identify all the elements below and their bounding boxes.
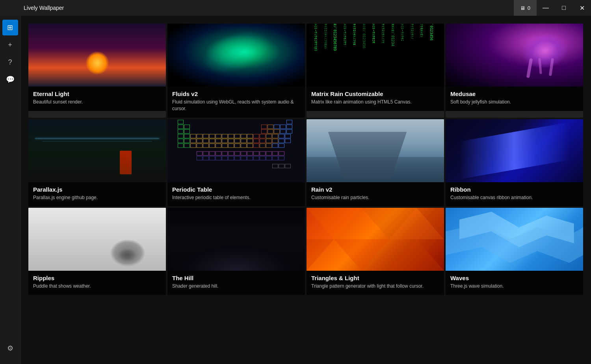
sidebar: ⊞ + ? 💬 ⚙ bbox=[0, 16, 20, 364]
card-medusae[interactable]: Medusae Soft body jellyfish simulation. bbox=[446, 24, 583, 118]
card-desc: Triangle pattern generator with light th… bbox=[311, 283, 439, 290]
card-title: Ribbon bbox=[450, 186, 578, 193]
svg-rect-91 bbox=[247, 156, 253, 160]
svg-rect-69 bbox=[197, 152, 203, 155]
svg-rect-15 bbox=[287, 129, 292, 133]
card-info: Parallax.js Parallax.js engine github pa… bbox=[28, 182, 166, 207]
svg-rect-44 bbox=[241, 139, 247, 143]
card-info: Ribbon Customisable canvas ribbon animat… bbox=[446, 182, 583, 207]
card-title: Triangles & Light bbox=[311, 275, 439, 281]
card-title: Eternal Light bbox=[33, 91, 161, 97]
svg-rect-96 bbox=[279, 156, 284, 160]
card-info: The Hill Shader generated hill. bbox=[167, 271, 305, 295]
svg-rect-2 bbox=[178, 125, 184, 129]
svg-rect-58 bbox=[216, 144, 221, 148]
card-info: Rain v2 Customisable rain particles. bbox=[307, 182, 444, 207]
monitor-icon: 🖥 bbox=[520, 5, 525, 11]
svg-rect-34 bbox=[178, 139, 184, 143]
svg-rect-3 bbox=[184, 125, 190, 129]
card-fluids-v2[interactable]: Fluids v2 Fluid simulation using WebGL, … bbox=[167, 24, 305, 118]
sidebar-item-help[interactable]: ? bbox=[2, 54, 18, 70]
svg-rect-47 bbox=[260, 139, 266, 143]
svg-rect-50 bbox=[279, 139, 284, 143]
svg-rect-19 bbox=[197, 134, 203, 138]
monitor-button[interactable]: 🖥 0 bbox=[514, 0, 537, 16]
card-desc: Customisable rain particles. bbox=[311, 194, 439, 201]
card-parallax-js[interactable]: Parallax.js Parallax.js engine github pa… bbox=[28, 119, 166, 207]
svg-rect-67 bbox=[273, 144, 278, 148]
svg-rect-89 bbox=[235, 156, 240, 160]
sidebar-item-add[interactable]: + bbox=[2, 37, 18, 53]
svg-rect-80 bbox=[266, 152, 272, 155]
card-info: Triangles & Light Triangle pattern gener… bbox=[307, 271, 444, 295]
svg-rect-75 bbox=[235, 152, 240, 155]
svg-rect-52 bbox=[178, 144, 184, 148]
card-ripples[interactable]: Ripples Puddle that shows weather. bbox=[28, 208, 166, 295]
svg-rect-49 bbox=[273, 139, 278, 143]
svg-rect-92 bbox=[254, 156, 259, 160]
svg-rect-56 bbox=[203, 144, 209, 148]
card-info: Eternal Light Beautiful sunset render. bbox=[28, 87, 166, 111]
card-title: Medusae bbox=[450, 91, 578, 97]
thumb-matrix: ﾊﾐﾋｰｳｼﾅﾓﾆｻﾜﾂｵﾘ ｦｲｸｺｿﾁﾄﾉﾌﾔﾖﾙﾚ ﾛﾝﾞ01234567… bbox=[307, 24, 444, 87]
svg-rect-41 bbox=[222, 139, 228, 143]
svg-rect-40 bbox=[216, 139, 221, 143]
card-info: Waves Three.js wave simulation. bbox=[446, 271, 583, 295]
thumb-rain-v2 bbox=[307, 119, 444, 182]
card-info: Ripples Puddle that shows weather. bbox=[28, 271, 166, 295]
svg-rect-54 bbox=[191, 144, 196, 148]
card-rain-v2[interactable]: Rain v2 Customisable rain particles. bbox=[307, 119, 444, 207]
card-desc: Fluid simulation using WebGL, reacts wit… bbox=[172, 99, 300, 112]
sidebar-top: ⊞ + ? 💬 bbox=[2, 20, 18, 340]
svg-rect-25 bbox=[235, 134, 240, 138]
card-title: Fluids v2 bbox=[172, 91, 300, 97]
svg-rect-78 bbox=[254, 152, 259, 155]
chat-icon: 💬 bbox=[6, 75, 15, 84]
svg-rect-90 bbox=[241, 156, 247, 160]
card-waves[interactable]: Waves Three.js wave simulation. bbox=[446, 208, 583, 295]
svg-rect-4 bbox=[262, 125, 267, 129]
card-ribbon[interactable]: Ribbon Customisable canvas ribbon animat… bbox=[446, 119, 583, 207]
card-periodic-table[interactable]: Periodic Table Interactive periodic tabl… bbox=[167, 119, 305, 207]
sidebar-item-library[interactable]: ⊞ bbox=[2, 20, 18, 35]
sidebar-item-settings[interactable]: ⚙ bbox=[2, 340, 18, 356]
svg-rect-24 bbox=[229, 134, 234, 138]
svg-rect-55 bbox=[197, 144, 203, 148]
add-icon: + bbox=[8, 41, 12, 49]
svg-rect-30 bbox=[266, 134, 272, 138]
svg-rect-83 bbox=[197, 156, 203, 160]
svg-rect-93 bbox=[260, 156, 266, 160]
svg-rect-45 bbox=[247, 139, 253, 143]
card-the-hill[interactable]: The Hill Shader generated hill. bbox=[167, 208, 305, 295]
svg-rect-68 bbox=[279, 144, 284, 148]
svg-rect-28 bbox=[254, 134, 259, 138]
card-eternal-light[interactable]: Eternal Light Beautiful sunset render. bbox=[28, 24, 166, 118]
svg-rect-8 bbox=[287, 125, 292, 129]
svg-rect-57 bbox=[210, 144, 215, 148]
content-area[interactable]: Eternal Light Beautiful sunset render. F… bbox=[20, 16, 591, 364]
sidebar-bottom: ⚙ bbox=[2, 340, 18, 360]
card-title: Rain v2 bbox=[311, 186, 439, 193]
svg-rect-71 bbox=[210, 152, 215, 155]
svg-rect-22 bbox=[216, 134, 221, 138]
monitor-count: 0 bbox=[528, 5, 530, 11]
sidebar-item-chat[interactable]: 💬 bbox=[2, 72, 18, 87]
close-button[interactable]: ✕ bbox=[573, 0, 591, 16]
svg-rect-84 bbox=[203, 156, 209, 160]
maximize-button[interactable]: □ bbox=[555, 0, 573, 16]
minimize-button[interactable]: — bbox=[537, 0, 555, 16]
svg-rect-87 bbox=[222, 156, 228, 160]
svg-rect-85 bbox=[210, 156, 215, 160]
library-icon: ⊞ bbox=[7, 23, 13, 32]
svg-rect-31 bbox=[273, 134, 278, 138]
card-triangles-light[interactable]: Triangles & Light Triangle pattern gener… bbox=[307, 208, 444, 295]
card-info: Fluids v2 Fluid simulation using WebGL, … bbox=[167, 87, 305, 118]
thumb-eternal-light bbox=[28, 24, 166, 87]
thumb-ripples bbox=[28, 208, 166, 271]
svg-rect-76 bbox=[241, 152, 247, 155]
svg-rect-63 bbox=[247, 144, 253, 148]
window-controls: 🖥 0 — □ ✕ bbox=[514, 0, 591, 16]
card-title: Parallax.js bbox=[33, 186, 161, 193]
card-matrix-rain[interactable]: ﾊﾐﾋｰｳｼﾅﾓﾆｻﾜﾂｵﾘ ｦｲｸｺｿﾁﾄﾉﾌﾔﾖﾙﾚ ﾛﾝﾞ01234567… bbox=[307, 24, 444, 118]
thumb-parallax bbox=[28, 119, 166, 182]
